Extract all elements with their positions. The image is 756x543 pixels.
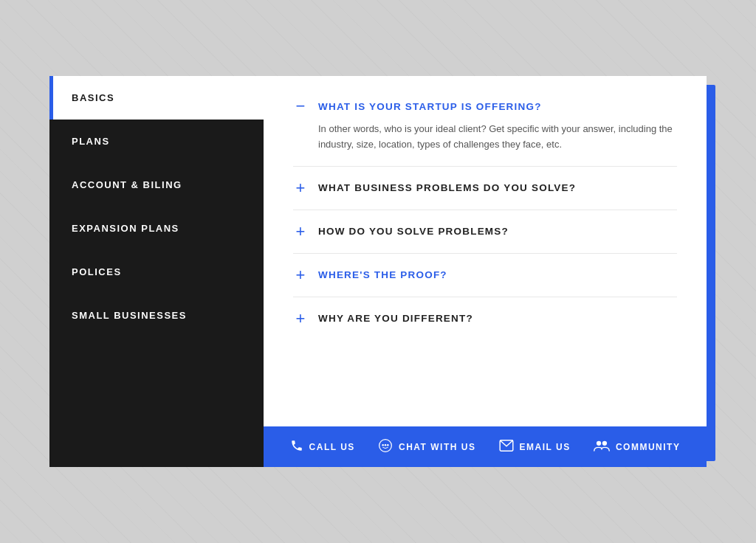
faq-question-text: WHAT IS YOUR STARTUP IS OFFERING? [318,101,542,112]
faq-item: + WHAT BUSINESS PROBLEMS DO YOU SOLVE? [293,167,677,210]
chat-with-us-button[interactable]: CHAT WITH US [378,438,475,455]
faq-item: + HOW DO YOU SOLVE PROBLEMS? [293,210,677,254]
faq-question-row[interactable]: + HOW DO YOU SOLVE PROBLEMS? [293,224,677,240]
call-us-label: CALL US [309,442,355,452]
faq-question-row[interactable]: + WHERE'S THE PROOF? [293,267,677,283]
email-us-label: EMAIL US [520,442,571,452]
community-button[interactable]: COMMUNITY [594,439,681,454]
bottom-bar: CALL US CHAT WITH US [264,426,707,467]
plus-icon: + [293,267,308,283]
sidebar-item-small-businesses[interactable]: SMALL BUSINESSES [49,294,264,337]
community-icon [594,439,610,454]
svg-point-5 [597,441,601,446]
ui-container: BASICS PLANS ACCOUNT & BILING EXPANSION … [49,76,707,467]
faq-question-row[interactable]: + WHAT BUSINESS PROBLEMS DO YOU SOLVE? [293,180,677,196]
faq-question-text: HOW DO YOU SOLVE PROBLEMS? [318,226,509,237]
minus-icon: − [293,98,308,114]
email-icon [499,440,514,454]
community-label: COMMUNITY [616,442,681,452]
svg-point-6 [602,441,607,446]
faq-item: + WHY ARE YOU DIFFERENT? [293,297,677,340]
sidebar: BASICS PLANS ACCOUNT & BILING EXPANSION … [49,76,264,467]
svg-point-3 [387,444,389,446]
sidebar-item-account-billing[interactable]: ACCOUNT & BILING [49,163,264,207]
faq-answer-text: In other words, who is your ideal client… [318,122,677,153]
sidebar-item-plans[interactable]: PLANS [49,120,264,163]
sidebar-item-expansion-plans[interactable]: EXPANSION PLANS [49,207,264,250]
faq-item: + WHERE'S THE PROOF? [293,254,677,297]
call-us-button[interactable]: CALL US [290,439,355,454]
email-us-button[interactable]: EMAIL US [499,440,571,454]
faq-question-text: WHERE'S THE PROOF? [318,269,447,280]
faq-question-row[interactable]: − WHAT IS YOUR STARTUP IS OFFERING? [293,98,677,114]
faq-question-row[interactable]: + WHY ARE YOU DIFFERENT? [293,311,677,327]
svg-point-1 [382,444,384,446]
chat-with-us-label: CHAT WITH US [399,442,475,452]
faq-item: − WHAT IS YOUR STARTUP IS OFFERING? In o… [293,98,677,167]
sidebar-item-basics[interactable]: BASICS [49,76,264,120]
plus-icon: + [293,311,308,327]
main-panel: − WHAT IS YOUR STARTUP IS OFFERING? In o… [264,76,707,467]
faq-question-text: WHAT BUSINESS PROBLEMS DO YOU SOLVE? [318,182,576,193]
plus-icon: + [293,224,308,240]
sidebar-item-polices[interactable]: POLICES [49,250,264,294]
faq-content: − WHAT IS YOUR STARTUP IS OFFERING? In o… [264,76,707,426]
faq-question-text: WHY ARE YOU DIFFERENT? [318,313,473,324]
phone-icon [290,439,303,454]
svg-point-2 [385,444,387,446]
plus-icon: + [293,180,308,196]
chat-icon [378,438,393,455]
